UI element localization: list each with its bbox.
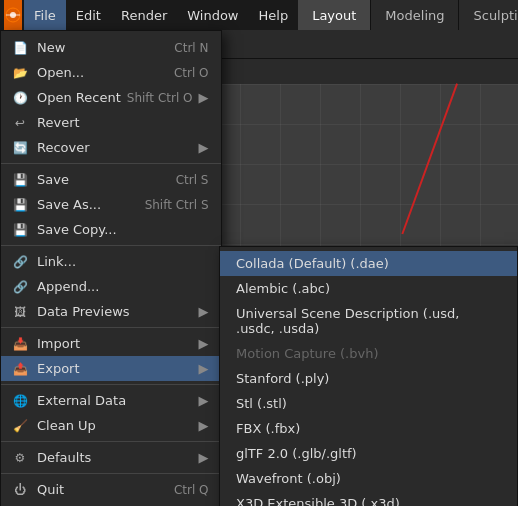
- save-as-menu-item[interactable]: 💾 Save As... Shift Ctrl S: [1, 192, 221, 217]
- export-submenu: Collada (Default) (.dae) Alembic (.abc) …: [219, 246, 518, 506]
- revert-icon: ↩: [11, 114, 29, 132]
- tab-sculpting[interactable]: Sculpting: [459, 0, 518, 30]
- folder-recent-icon: 🕐: [11, 89, 29, 107]
- export-icon: 📤: [11, 360, 29, 378]
- file-new-icon: 📄: [11, 39, 29, 57]
- recover-icon: 🔄: [11, 139, 29, 157]
- cleanup-icon: 🧹: [11, 417, 29, 435]
- append-menu-item[interactable]: 🔗 Append...: [1, 274, 221, 299]
- submenu-arrow-icon: ▶: [199, 336, 209, 351]
- submenu-arrow-icon: ▶: [199, 361, 209, 376]
- external-icon: 🌐: [11, 392, 29, 410]
- folder-open-icon: 📂: [11, 64, 29, 82]
- export-wavefront[interactable]: Wavefront (.obj): [220, 466, 517, 491]
- export-collada[interactable]: Collada (Default) (.dae): [220, 251, 517, 276]
- new-menu-item[interactable]: 📄 New Ctrl N: [1, 35, 221, 60]
- separator-4: [1, 384, 221, 385]
- submenu-arrow-icon: ▶: [199, 90, 209, 105]
- save-copy-menu-item[interactable]: 💾 Save Copy...: [1, 217, 221, 242]
- submenu-arrow-icon: ▶: [199, 304, 209, 319]
- separator-5: [1, 441, 221, 442]
- file-dropdown: 📄 New Ctrl N 📂 Open... Ctrl O 🕐 Open Rec…: [0, 30, 222, 506]
- file-menu[interactable]: File: [24, 0, 66, 30]
- data-previews-menu-item[interactable]: 🖼 Data Previews ▶: [1, 299, 221, 324]
- defaults-icon: ⚙: [11, 449, 29, 467]
- export-menu-item[interactable]: 📤 Export ▶: [1, 356, 221, 381]
- submenu-arrow-icon: ▶: [199, 418, 209, 433]
- top-bar: File Edit Render Window Help Layout Mode…: [0, 0, 518, 30]
- save-as-icon: 💾: [11, 196, 29, 214]
- export-alembic[interactable]: Alembic (.abc): [220, 276, 517, 301]
- export-gltf[interactable]: glTF 2.0 (.glb/.gltf): [220, 441, 517, 466]
- separator-1: [1, 163, 221, 164]
- import-icon: 📥: [11, 335, 29, 353]
- tab-layout[interactable]: Layout: [298, 0, 371, 30]
- window-menu[interactable]: Window: [177, 0, 248, 30]
- submenu-arrow-icon: ▶: [199, 450, 209, 465]
- revert-menu-item[interactable]: ↩ Revert: [1, 110, 221, 135]
- submenu-arrow-icon: ▶: [199, 393, 209, 408]
- quit-menu-item[interactable]: ⏻ Quit Ctrl Q: [1, 477, 221, 502]
- save-icon: 💾: [11, 171, 29, 189]
- export-stanford[interactable]: Stanford (.ply): [220, 366, 517, 391]
- link-menu-item[interactable]: 🔗 Link...: [1, 249, 221, 274]
- workspace-tabs: Layout Modeling Sculpting UV Editing: [298, 0, 518, 30]
- save-copy-icon: 💾: [11, 221, 29, 239]
- append-icon: 🔗: [11, 278, 29, 296]
- open-menu-item[interactable]: 📂 Open... Ctrl O: [1, 60, 221, 85]
- separator-2: [1, 245, 221, 246]
- defaults-menu-item[interactable]: ⚙ Defaults ▶: [1, 445, 221, 470]
- export-usd[interactable]: Universal Scene Description (.usd, .usdc…: [220, 301, 517, 341]
- external-data-menu-item[interactable]: 🌐 External Data ▶: [1, 388, 221, 413]
- help-menu[interactable]: Help: [249, 0, 299, 30]
- open-recent-menu-item[interactable]: 🕐 Open Recent Shift Ctrl O ▶: [1, 85, 221, 110]
- import-menu-item[interactable]: 📥 Import ▶: [1, 331, 221, 356]
- edit-menu[interactable]: Edit: [66, 0, 111, 30]
- save-menu-item[interactable]: 💾 Save Ctrl S: [1, 167, 221, 192]
- blender-logo-icon[interactable]: [4, 0, 22, 30]
- separator-6: [1, 473, 221, 474]
- file-menu-panel: 📄 New Ctrl N 📂 Open... Ctrl O 🕐 Open Rec…: [0, 30, 222, 506]
- export-x3d[interactable]: X3D Extensible 3D (.x3d): [220, 491, 517, 506]
- export-fbx[interactable]: FBX (.fbx): [220, 416, 517, 441]
- quit-icon: ⏻: [11, 481, 29, 499]
- cleanup-menu-item[interactable]: 🧹 Clean Up ▶: [1, 413, 221, 438]
- render-menu[interactable]: Render: [111, 0, 177, 30]
- separator-3: [1, 327, 221, 328]
- tab-modeling[interactable]: Modeling: [371, 0, 459, 30]
- data-icon: 🖼: [11, 303, 29, 321]
- submenu-arrow-icon: ▶: [199, 140, 209, 155]
- viewport-line: [401, 83, 458, 234]
- recover-menu-item[interactable]: 🔄 Recover ▶: [1, 135, 221, 160]
- export-stl[interactable]: Stl (.stl): [220, 391, 517, 416]
- link-icon: 🔗: [11, 253, 29, 271]
- export-motion-capture: Motion Capture (.bvh): [220, 341, 517, 366]
